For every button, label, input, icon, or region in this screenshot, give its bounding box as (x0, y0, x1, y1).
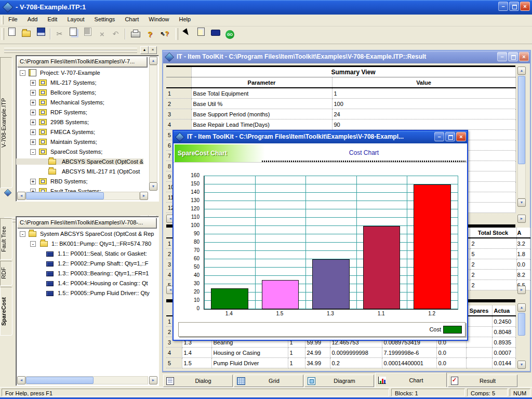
tree-item[interactable]: Bellcore Systems; (16, 88, 148, 98)
menu-window[interactable]: Window (144, 15, 173, 24)
summary-scroll-down[interactable]: ▼ (517, 198, 526, 207)
panel-tool-button[interactable] (209, 28, 222, 41)
tree-item[interactable]: FMECA Systems; (16, 127, 148, 137)
result-close-button[interactable]: × (519, 52, 529, 61)
side-tab-fault-tree[interactable]: Fault Tree (0, 218, 12, 260)
tree-item[interactable]: 299B Systems; (16, 117, 148, 127)
top-pane-gripper[interactable]: ▴ × (1, 46, 160, 54)
close-button[interactable]: × (520, 2, 530, 11)
print-button[interactable] (129, 28, 142, 41)
summary-vscroll-thumb[interactable] (518, 76, 525, 164)
tree-scroll-left[interactable]: ◄ (17, 192, 25, 200)
sparecost-path-button[interactable]: C:\Program Files\Item\Toolkit\Examples\V… (17, 218, 156, 228)
detail-scroll-up[interactable]: ▲ (517, 303, 526, 312)
side-tab-rdf[interactable]: RDF (0, 261, 12, 286)
table-row[interactable]: 2Base Util %100 (166, 99, 515, 109)
menu-help[interactable]: Help (175, 15, 195, 24)
select-tool-button[interactable] (180, 28, 193, 41)
stock-scroll-right[interactable]: ► (517, 286, 526, 294)
tree-hscroll-thumb[interactable] (26, 192, 104, 200)
tree-item[interactable]: 1.1:: P0001::Seal, Static or Gasket: (16, 249, 157, 259)
pane-collapse-button[interactable]: ▴ (140, 46, 149, 54)
cut-button[interactable]: ✂ (53, 28, 66, 41)
tree-item[interactable]: ABCSYS MIL-217 #1 (OptCost (16, 167, 148, 177)
expand-icon[interactable] (30, 189, 36, 192)
tree-item[interactable]: SpareCost Systems; (16, 147, 148, 157)
save-button[interactable] (34, 28, 47, 41)
expand-icon[interactable] (30, 80, 36, 86)
expand-icon[interactable] (30, 90, 36, 96)
tree-item[interactable]: 1.3:: P0003::Bearing:: Qty=1,::FR=1 (16, 269, 157, 278)
paste-button[interactable] (81, 28, 94, 41)
tree-item[interactable]: RBD Systems; (16, 177, 148, 187)
table-row[interactable]: 4Base Repair Lead Time(Days)90 (166, 119, 515, 130)
table-row[interactable]: 3Base Support Period (months)24 (166, 109, 515, 119)
undo-button[interactable]: ↶ (109, 28, 122, 41)
expand-icon[interactable] (30, 139, 36, 145)
tree-item[interactable]: System ABCSYS SpareCost (OptCost & Rep (16, 229, 157, 239)
result-minimize-button[interactable]: – (497, 52, 507, 61)
side-tab-sparecost[interactable]: SpareCost (0, 287, 12, 336)
help-button[interactable]: ? (143, 28, 156, 41)
summary-scroll-right[interactable]: ► (517, 215, 526, 223)
tab-grid[interactable]: Grid (234, 375, 303, 387)
tree-item[interactable]: Fault Tree Systems; (16, 187, 148, 192)
new-button[interactable] (5, 28, 18, 41)
tab-diagram[interactable]: Diagram (304, 375, 374, 387)
chart-minimize-button[interactable]: – (434, 132, 444, 141)
tree-item[interactable]: 1.2:: P0002::Pump Shaft:: Qty=1,::F (16, 259, 157, 269)
collapse-icon[interactable] (20, 70, 25, 76)
tree-item[interactable]: Maintain Systems; (16, 137, 148, 147)
menu-chart[interactable]: Chart (121, 15, 143, 24)
tree-item[interactable]: 1.5:: P0005::Pump Fluid Driver:: Qty (16, 288, 157, 298)
menu-layout[interactable]: Layout (63, 15, 88, 24)
tree2-scroll-right[interactable]: ► (149, 376, 157, 384)
collapse-icon[interactable] (30, 149, 36, 155)
project-path-button[interactable]: C:\Program Files\Item\Toolkit\Examples\V… (17, 57, 147, 67)
tree-item[interactable]: 1.4:: P0004::Housing or Casing:: Qt (16, 278, 157, 288)
expand-icon[interactable] (30, 129, 36, 135)
pane-close-button[interactable]: × (149, 46, 157, 54)
tab-sparecost-chart[interactable]: SpareCost Chart (175, 144, 265, 162)
menu-edit[interactable]: Edit (43, 15, 61, 24)
tree-scroll-up[interactable]: ▲ (149, 57, 157, 65)
tree-item[interactable]: ABCSYS SpareCost (OptCost & (16, 157, 148, 167)
collapse-icon[interactable] (30, 241, 36, 247)
collapse-icon[interactable] (20, 231, 25, 237)
tree-item[interactable]: Mechanical Systems; (16, 98, 148, 108)
go-button[interactable]: GO (223, 28, 236, 41)
table-row[interactable]: 1Base Total Equipment1 (166, 88, 515, 99)
tree2-scroll-left[interactable]: ◄ (17, 376, 25, 384)
tab-chart[interactable]: Chart (375, 373, 447, 387)
tab-dialog[interactable]: Dialog (163, 375, 233, 387)
tree2-hscroll-thumb[interactable] (26, 377, 94, 384)
delete-button[interactable]: × (96, 28, 109, 41)
expand-icon[interactable] (30, 110, 36, 115)
context-help-button[interactable]: ⇖? (158, 28, 171, 41)
tab-result[interactable]: Result (448, 375, 517, 387)
project-file-side-tab[interactable]: V-708-Example.ITP (0, 57, 12, 188)
expand-icon[interactable] (30, 119, 36, 125)
chart-restore-button[interactable] (445, 132, 455, 141)
tree-item[interactable]: MIL-217 Systems; (16, 78, 148, 88)
table-row[interactable]: 41.4Housing or Casing124.990.00999999987… (166, 348, 515, 358)
expand-icon[interactable] (30, 100, 36, 105)
detail-scroll-down[interactable]: ▼ (517, 361, 526, 369)
result-restore-button[interactable] (508, 52, 518, 61)
tree-scroll-down[interactable]: ▼ (149, 182, 157, 191)
minimize-button[interactable]: – (498, 2, 508, 11)
expand-icon[interactable] (30, 179, 36, 184)
tree-scroll-right[interactable]: ► (140, 192, 148, 200)
tree-item[interactable]: Project: V-707-Example (16, 68, 148, 78)
menu-add[interactable]: Add (23, 15, 42, 24)
tab-cost-chart[interactable]: Cost Chart (262, 144, 466, 162)
tree-item[interactable]: RDF Systems; (16, 108, 148, 117)
summary-scroll-up[interactable]: ▲ (517, 66, 526, 75)
chart-close-button[interactable]: × (456, 132, 466, 141)
table-row[interactable]: 51.5Pump Fluid Driver134.990.20.00014400… (166, 358, 515, 368)
menu-file[interactable]: File (4, 15, 22, 24)
tree-item[interactable]: 1:: BK001::Pump:: Qty=1,::FR=574.780 (16, 239, 157, 249)
detail-vscroll-thumb[interactable] (518, 313, 525, 336)
copy-button[interactable] (66, 28, 79, 41)
document-tool-button[interactable] (194, 28, 207, 41)
